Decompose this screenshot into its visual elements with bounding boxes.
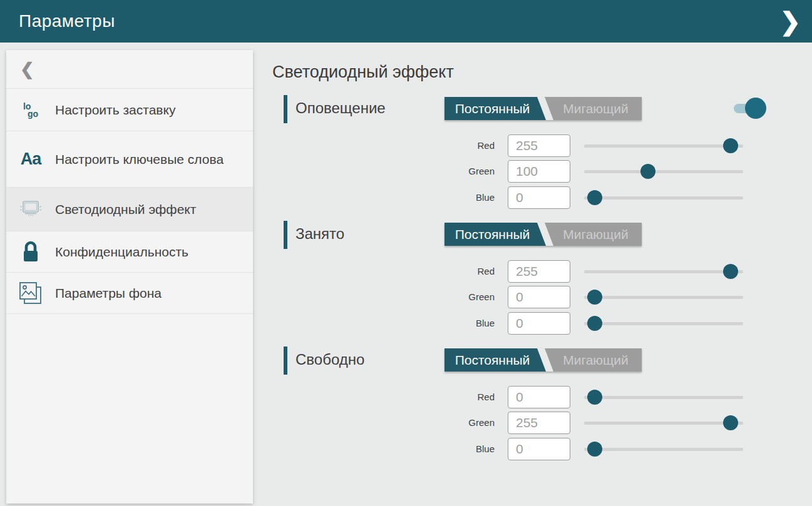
channel-input[interactable] (508, 412, 570, 434)
slider-thumb[interactable] (723, 138, 738, 153)
settings-sidebar: ❮ logo Настроить заставку Aa Настроить к… (6, 50, 253, 503)
channel-input[interactable] (508, 260, 570, 283)
sidebar-item-background[interactable]: Параметры фона (6, 273, 253, 314)
mode-option-label: Мигающий (563, 101, 629, 116)
channel-input[interactable] (508, 160, 570, 183)
slider-thumb[interactable] (587, 290, 602, 305)
slider-thumb[interactable] (587, 190, 602, 205)
slider-thumb[interactable] (587, 316, 602, 331)
sidebar-collapse-button[interactable]: ❮ (6, 50, 253, 89)
sidebar-item-label: Настроить заставку (55, 102, 184, 118)
mode-toggle: Мигающий Постоянный (445, 97, 642, 120)
channel-row: Red (272, 134, 792, 157)
chevron-right-icon[interactable]: ❯ (779, 9, 801, 34)
channel-slider[interactable] (584, 144, 743, 148)
page-title: Параметры (19, 11, 115, 31)
channel-label: Red (432, 386, 495, 408)
channel-label: Red (432, 134, 495, 157)
section-busy: Занято Мигающий Постоянный Red Green Blu… (272, 220, 792, 345)
channel-row: Blue (272, 186, 792, 209)
channel-row: Blue (272, 438, 792, 460)
channel-row: Red (272, 260, 792, 283)
mode-option-label: Мигающий (563, 353, 629, 368)
channel-label: Green (432, 412, 495, 434)
logo-text-icon: logo (6, 103, 55, 118)
channel-slider[interactable] (584, 296, 743, 299)
channel-input[interactable] (508, 186, 570, 209)
section-title: Занято (296, 220, 344, 248)
channel-slider[interactable] (584, 322, 743, 325)
mode-option-label: Постоянный (455, 353, 530, 368)
app-header: Параметры ❯ (0, 0, 812, 43)
slider-thumb[interactable] (723, 415, 738, 430)
section-accent-bar (284, 347, 287, 375)
channel-row: Blue (272, 312, 792, 335)
lock-icon (6, 240, 55, 264)
channel-row: Green (272, 412, 792, 434)
section-accent-bar (284, 221, 287, 249)
channel-input[interactable] (508, 438, 570, 460)
channel-slider[interactable] (584, 270, 743, 273)
power-toggle-knob (745, 98, 766, 119)
channel-label: Green (432, 160, 495, 183)
sidebar-item-privacy[interactable]: Конфиденциальность (6, 231, 253, 273)
channel-slider[interactable] (584, 196, 743, 200)
section-title: Оповещение (296, 94, 386, 122)
channel-row: Red (272, 386, 792, 408)
channel-label: Green (432, 286, 495, 308)
power-toggle[interactable] (734, 97, 790, 120)
channel-input[interactable] (508, 286, 570, 308)
mode-option-label: Постоянный (455, 101, 530, 116)
sidebar-item-screensaver[interactable]: logo Настроить заставку (6, 89, 253, 131)
channel-slider[interactable] (584, 396, 743, 399)
channel-row: Green (272, 286, 792, 308)
slider-thumb[interactable] (640, 164, 655, 179)
channel-label: Blue (432, 438, 495, 460)
slider-thumb[interactable] (587, 442, 602, 457)
sidebar-item-label: Конфиденциальность (55, 244, 197, 260)
channel-label: Red (432, 260, 495, 283)
sidebar-item-label: Светодиодный эффект (55, 201, 205, 218)
sidebar-item-led-effect[interactable]: Светодиодный эффект (6, 188, 253, 231)
sidebar-item-label: Настроить ключевые слова (55, 151, 232, 168)
mode-option-label: Постоянный (455, 227, 530, 242)
channel-slider[interactable] (584, 170, 743, 173)
channel-label: Blue (432, 186, 495, 209)
images-icon (6, 280, 55, 306)
channel-slider[interactable] (584, 448, 743, 451)
mode-option-label: Мигающий (563, 227, 629, 242)
channel-input[interactable] (508, 134, 570, 157)
section-accent-bar (284, 95, 287, 123)
slider-thumb[interactable] (587, 390, 602, 405)
channel-row: Green (272, 160, 792, 183)
channel-label: Blue (432, 312, 495, 335)
content-title: Светодиодный эффект (272, 63, 454, 82)
channel-input[interactable] (508, 312, 570, 335)
sidebar-item-keywords[interactable]: Aa Настроить ключевые слова (6, 131, 253, 188)
sidebar-item-label: Параметры фона (55, 285, 170, 301)
channel-input[interactable] (508, 386, 570, 408)
mode-toggle: Мигающий Постоянный (445, 223, 642, 246)
aa-icon: Aa (6, 149, 55, 169)
slider-thumb[interactable] (723, 264, 738, 279)
monitor-icon (6, 198, 55, 221)
section-notification: Оповещение Мигающий Постоянный Red Green… (272, 94, 792, 219)
mode-toggle: Мигающий Постоянный (445, 348, 642, 372)
chevron-left-icon: ❮ (20, 59, 34, 79)
section-free: Свободно Мигающий Постоянный Red Green B… (272, 345, 792, 470)
section-title: Свободно (296, 345, 364, 373)
channel-slider[interactable] (584, 422, 743, 425)
